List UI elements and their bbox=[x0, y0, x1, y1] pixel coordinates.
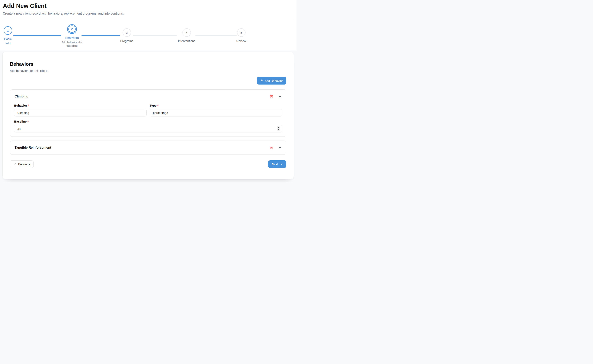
collapse-behavior-button[interactable] bbox=[278, 95, 282, 98]
stepper-connector-3 bbox=[133, 35, 177, 36]
behavior-card-title: Climbing bbox=[14, 95, 28, 98]
stepper-connector-2 bbox=[82, 35, 120, 36]
behavior-field-label: Behavior* bbox=[14, 104, 147, 107]
add-behavior-label: Add Behavior bbox=[265, 79, 283, 83]
type-select-value: percentage bbox=[153, 111, 168, 114]
add-behavior-button[interactable]: + Add Behavior bbox=[257, 77, 286, 84]
number-stepper[interactable] bbox=[277, 126, 280, 131]
behavior-name-input[interactable] bbox=[14, 109, 147, 117]
required-marker: * bbox=[27, 120, 29, 123]
page-header: Add New Client Create a new client recor… bbox=[3, 2, 124, 15]
baseline-number-input[interactable] bbox=[14, 125, 282, 132]
step-label-2: Behaviors bbox=[65, 36, 79, 40]
behavior-card-tangible-reinforcement: Tangible Reinforcement bbox=[10, 141, 286, 155]
plus-icon: + bbox=[261, 79, 263, 82]
stepper-connector-1 bbox=[13, 35, 61, 36]
baseline-field-label: Baseline* bbox=[14, 120, 282, 123]
stepper-down-arrow-icon[interactable] bbox=[278, 129, 279, 130]
required-marker: * bbox=[28, 104, 29, 107]
step-circle-2[interactable]: 2 bbox=[68, 26, 76, 33]
step-description-2: Add behaviors for this client bbox=[60, 40, 84, 47]
chevron-down-icon bbox=[276, 111, 279, 114]
step-label-3: Programs bbox=[120, 39, 133, 43]
next-button[interactable]: Next bbox=[268, 160, 286, 168]
type-field-label: Type* bbox=[150, 104, 282, 107]
behaviors-section-card: Behaviors Add behaviors for this client … bbox=[2, 52, 294, 179]
type-select[interactable]: percentage bbox=[150, 109, 282, 117]
step-circle-3[interactable]: 3 bbox=[123, 28, 131, 37]
expand-behavior-button[interactable] bbox=[278, 146, 282, 150]
step-label-1: Basic Info bbox=[2, 37, 14, 45]
delete-behavior-button[interactable] bbox=[270, 95, 273, 98]
stepper-step-programs[interactable]: 3 Programs bbox=[115, 28, 139, 43]
stepper-up-arrow-icon[interactable] bbox=[278, 127, 279, 128]
trash-icon bbox=[270, 95, 273, 98]
delete-behavior-button[interactable] bbox=[270, 146, 273, 150]
step-label-5: Review bbox=[236, 39, 246, 43]
required-marker: * bbox=[157, 104, 159, 107]
chevron-right-icon bbox=[280, 163, 283, 166]
previous-button-label: Previous bbox=[18, 162, 30, 166]
step-circle-1[interactable]: 1 bbox=[4, 26, 12, 35]
stepper-step-review[interactable]: 5 Review bbox=[229, 28, 254, 43]
chevron-left-icon bbox=[13, 163, 16, 166]
chevron-up-icon bbox=[278, 95, 282, 98]
section-title: Behaviors bbox=[10, 61, 286, 67]
page-title: Add New Client bbox=[3, 2, 124, 9]
trash-icon bbox=[270, 146, 273, 150]
step-label-4: Interventions bbox=[178, 39, 195, 43]
previous-button[interactable]: Previous bbox=[10, 160, 33, 168]
step-circle-4[interactable]: 4 bbox=[182, 28, 191, 37]
chevron-down-icon bbox=[278, 146, 282, 150]
stepper-step-interventions[interactable]: 4 Interventions bbox=[173, 28, 201, 43]
page-subtitle: Create a new client record with behavior… bbox=[3, 12, 124, 15]
behavior-card-climbing: Climbing Behavior* Type* percentage bbox=[10, 89, 286, 137]
section-subtitle: Add behaviors for this client bbox=[10, 69, 286, 72]
wizard-stepper: 1 Basic Info 2 Behaviors Add behaviors f… bbox=[0, 20, 297, 51]
step-circle-5[interactable]: 5 bbox=[237, 28, 246, 37]
stepper-step-basic-info[interactable]: 1 Basic Info bbox=[2, 26, 14, 45]
next-button-label: Next bbox=[272, 162, 278, 166]
stepper-step-behaviors[interactable]: 2 Behaviors Add behaviors for this clien… bbox=[60, 24, 84, 47]
behavior-card-title: Tangible Reinforcement bbox=[14, 146, 51, 150]
